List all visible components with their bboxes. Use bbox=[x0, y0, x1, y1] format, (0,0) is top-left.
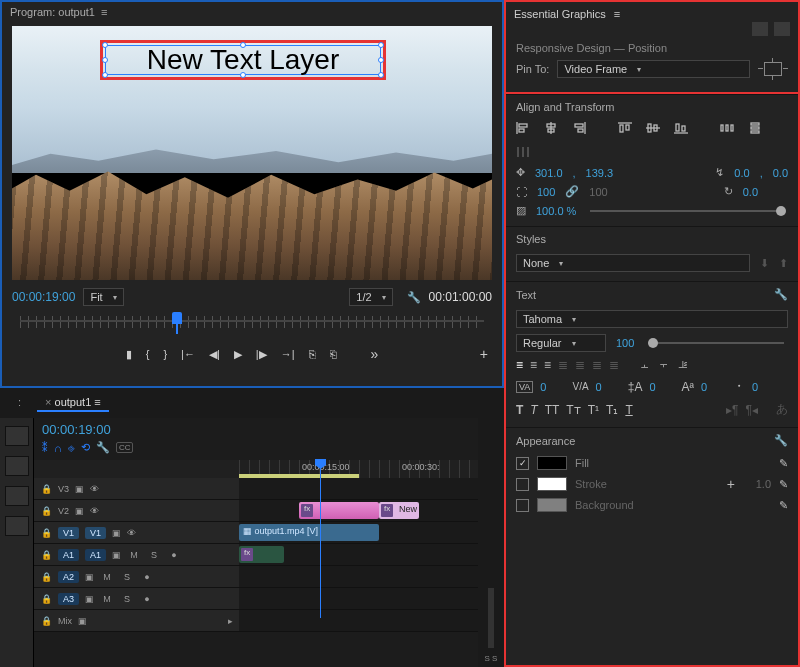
resolution-dropdown[interactable]: 1/2 bbox=[349, 288, 392, 306]
stroke-checkbox[interactable] bbox=[516, 478, 529, 491]
program-panel-menu-icon[interactable]: ≡ bbox=[101, 6, 109, 18]
go-to-out-icon[interactable]: →| bbox=[281, 348, 295, 360]
snap-icon[interactable]: ⁑ bbox=[42, 441, 48, 454]
track-header-a3[interactable]: 🔒 A3 ▣ M S ● bbox=[34, 588, 239, 609]
text-layer-bounding-box[interactable]: New Text Layer bbox=[105, 45, 381, 75]
voiceover-icon[interactable]: ● bbox=[167, 550, 181, 560]
step-forward-icon[interactable]: |▶ bbox=[256, 348, 267, 361]
lock-icon[interactable]: 🔒 bbox=[40, 528, 52, 538]
settings-wrench-icon[interactable]: 🔧 bbox=[407, 291, 421, 304]
text-align-bottom-icon[interactable]: ⫡ bbox=[677, 358, 689, 372]
toggle-output-icon[interactable]: ▣ bbox=[78, 616, 87, 626]
align-bottom-icon[interactable] bbox=[674, 122, 692, 136]
text-align-center-icon[interactable]: ≡ bbox=[530, 358, 537, 372]
track-label-source[interactable]: A1 bbox=[58, 549, 79, 561]
lock-icon[interactable]: 🔒 bbox=[40, 616, 52, 626]
eyedropper-icon[interactable]: ✎ bbox=[779, 478, 788, 491]
track-header-v3[interactable]: 🔒 V3 ▣ 👁 bbox=[34, 478, 239, 499]
align-top-icon[interactable] bbox=[618, 122, 636, 136]
timeline-timecode[interactable]: 00:00:19:00 bbox=[42, 422, 111, 437]
resize-handle[interactable] bbox=[378, 42, 384, 48]
align-left-icon[interactable] bbox=[516, 122, 534, 136]
distribute-space-icon[interactable] bbox=[516, 146, 534, 160]
leading-value[interactable]: 0 bbox=[649, 381, 655, 393]
track-label-target[interactable]: A1 bbox=[85, 549, 106, 561]
font-size-slider[interactable] bbox=[648, 342, 784, 344]
resize-handle[interactable] bbox=[378, 57, 384, 63]
resize-handle[interactable] bbox=[102, 42, 108, 48]
solo-button[interactable]: S bbox=[120, 594, 134, 604]
mark-in-icon[interactable]: ▮ bbox=[126, 348, 132, 361]
resize-handle[interactable] bbox=[240, 42, 246, 48]
timeline-tab-active[interactable]: × output1 ≡ bbox=[37, 394, 109, 412]
wrench-icon[interactable]: 🔧 bbox=[96, 441, 110, 454]
all-caps-icon[interactable]: TT bbox=[545, 403, 560, 417]
mute-button[interactable]: M bbox=[100, 594, 114, 604]
cc-icon[interactable]: CC bbox=[116, 442, 134, 453]
styles-dropdown[interactable]: None bbox=[516, 254, 750, 272]
tsume-value[interactable]: 0 bbox=[752, 381, 758, 393]
step-back-icon[interactable]: ◀| bbox=[209, 348, 220, 361]
sequence-settings-icon[interactable]: ⟲ bbox=[81, 441, 90, 454]
font-size-value[interactable]: 100 bbox=[616, 337, 634, 349]
position-x[interactable]: 301.0 bbox=[535, 167, 563, 179]
lock-icon[interactable]: 🔒 bbox=[40, 572, 52, 582]
button-editor-plus-icon[interactable]: + bbox=[480, 346, 488, 362]
go-to-in-icon[interactable]: |← bbox=[181, 348, 195, 360]
align-v-center-icon[interactable] bbox=[646, 122, 664, 136]
audio-clip[interactable]: fx bbox=[239, 546, 284, 563]
eyedropper-icon[interactable]: ✎ bbox=[779, 499, 788, 512]
program-scrubber[interactable] bbox=[12, 312, 492, 338]
opacity-value[interactable]: 100.0 % bbox=[536, 205, 576, 217]
toggle-visibility-icon[interactable]: 👁 bbox=[90, 484, 99, 494]
toggle-output-icon[interactable]: ▣ bbox=[85, 594, 94, 604]
align-right-icon[interactable] bbox=[572, 122, 590, 136]
marker-icon[interactable]: ⎆ bbox=[68, 442, 75, 454]
baseline-value[interactable]: 0 bbox=[701, 381, 707, 393]
track-label-target[interactable]: V1 bbox=[85, 527, 106, 539]
mark-out-bracket-icon[interactable]: } bbox=[163, 348, 167, 360]
lock-icon[interactable]: 🔒 bbox=[40, 506, 52, 516]
rtl-icon[interactable]: ¶◂ bbox=[746, 403, 758, 417]
font-family-dropdown[interactable]: Tahoma bbox=[516, 310, 788, 328]
text-clip[interactable]: fxNew bbox=[379, 502, 419, 519]
track-header-a1[interactable]: 🔒 A1 A1 ▣ M S ● bbox=[34, 544, 239, 565]
timeline-tab-collapsed[interactable]: : bbox=[10, 394, 29, 412]
add-stroke-icon[interactable]: + bbox=[727, 476, 735, 492]
timeline-playhead[interactable] bbox=[320, 460, 321, 618]
lock-icon[interactable]: 🔒 bbox=[40, 594, 52, 604]
video-clip[interactable]: ▦ output1.mp4 [V] bbox=[239, 524, 379, 541]
text-justify-all-icon[interactable]: ≣ bbox=[609, 358, 619, 372]
program-monitor-canvas[interactable]: New Text Layer bbox=[12, 26, 492, 280]
track-header-v1[interactable]: 🔒 V1 V1 ▣ 👁 bbox=[34, 522, 239, 543]
lift-icon[interactable]: ⎘ bbox=[309, 348, 316, 360]
new-layer-icon[interactable] bbox=[752, 22, 768, 36]
position-y[interactable]: 139.3 bbox=[586, 167, 614, 179]
track-header-a2[interactable]: 🔒 A2 ▣ M S ● bbox=[34, 566, 239, 587]
mute-button[interactable]: M bbox=[100, 572, 114, 582]
solo-button[interactable]: S bbox=[120, 572, 134, 582]
distribute-h-icon[interactable] bbox=[720, 122, 738, 136]
scale-value[interactable]: 100 bbox=[537, 186, 555, 198]
toggle-output-icon[interactable]: ▣ bbox=[112, 528, 121, 538]
mute-button[interactable]: M bbox=[127, 550, 141, 560]
subscript-icon[interactable]: T₁ bbox=[606, 403, 618, 417]
faux-italic-icon[interactable]: T bbox=[530, 403, 537, 417]
text-align-middle-icon[interactable]: ⫟ bbox=[658, 358, 670, 372]
track-label-target[interactable]: A3 bbox=[58, 593, 79, 605]
eyedropper-icon[interactable]: ✎ bbox=[779, 457, 788, 470]
toggle-visibility-icon[interactable]: 👁 bbox=[127, 528, 136, 538]
fill-swatch[interactable] bbox=[537, 456, 567, 470]
opacity-slider[interactable] bbox=[590, 210, 784, 212]
faux-bold-icon[interactable]: T bbox=[516, 403, 523, 417]
text-settings-wrench-icon[interactable]: 🔧 bbox=[774, 288, 788, 301]
tracking-value[interactable]: 0 bbox=[540, 381, 546, 393]
graphic-clip[interactable]: fx bbox=[299, 502, 379, 519]
lock-icon[interactable]: 🔒 bbox=[40, 484, 52, 494]
tool-button[interactable] bbox=[5, 516, 29, 536]
linked-selection-icon[interactable]: ∩ bbox=[54, 442, 62, 454]
text-align-left-icon[interactable]: ≡ bbox=[516, 358, 523, 372]
distribute-v-icon[interactable] bbox=[748, 122, 766, 136]
solo-button[interactable]: S bbox=[147, 550, 161, 560]
pin-to-dropdown[interactable]: Video Frame bbox=[557, 60, 750, 78]
